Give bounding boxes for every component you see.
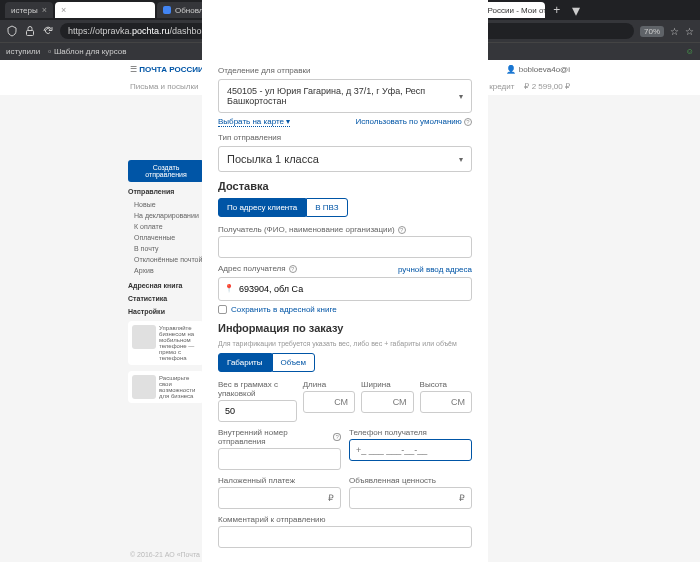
shipment-modal: Отделение для отправки 450105 - ул Юрия …	[202, 0, 488, 562]
cod-label: Наложенный платеж	[218, 476, 341, 485]
sidebar-item-payment[interactable]: К оплате	[128, 221, 204, 232]
manual-addr-link[interactable]: ручной ввод адреса	[398, 265, 472, 274]
addr-input[interactable]: 693904, обл Са	[218, 277, 472, 301]
comment-input[interactable]	[218, 526, 472, 548]
phone-input[interactable]	[349, 439, 472, 461]
svg-rect-0	[27, 31, 34, 36]
wordpress-icon	[163, 6, 171, 14]
save-book-checkbox[interactable]: Сохранить в адресной книге	[218, 305, 472, 314]
info-icon[interactable]: ?	[398, 226, 406, 234]
tab-1[interactable]: ×	[55, 2, 155, 18]
folder-icon: ▫	[48, 47, 51, 56]
zoom-level[interactable]: 70%	[640, 26, 664, 37]
sidebar-stats[interactable]: Статистика	[128, 295, 204, 302]
promo-card[interactable]: Расширьте свои возможности для бизнеса	[128, 371, 204, 403]
sidebar-settings[interactable]: Настройки	[128, 308, 204, 315]
internal-label: Внутренний номер отправления?	[218, 428, 341, 446]
bookmark-item[interactable]: ▫Шаблон для курсов	[48, 47, 126, 56]
map-link[interactable]: Выбрать на карте ▾	[218, 117, 290, 127]
declared-label: Объявленная ценность	[349, 476, 472, 485]
sidebar-addressbook[interactable]: Адресная книга	[128, 282, 204, 289]
info-icon[interactable]: ?	[289, 265, 297, 273]
width-label: Ширина	[361, 380, 413, 389]
sidebar-item-rejected[interactable]: Отклонённые почтой	[128, 254, 204, 265]
delivery-tab-address[interactable]: По адресу клиента	[218, 198, 306, 217]
recipient-label: Получатель (ФИО, наименование организаци…	[218, 225, 472, 234]
close-icon[interactable]: ×	[42, 5, 47, 15]
internal-input[interactable]	[218, 448, 341, 470]
sidebar-item-topost[interactable]: В почту	[128, 243, 204, 254]
dept-select[interactable]: 450105 - ул Юрия Гагарина, д 37/1, г Уфа…	[218, 79, 472, 113]
logo[interactable]: ПОЧТА РОССИИ	[139, 65, 203, 74]
declared-input[interactable]	[349, 487, 472, 509]
promo-image	[132, 325, 156, 349]
create-shipment-button[interactable]: Создать отправления	[128, 160, 204, 182]
height-label: Высота	[420, 380, 472, 389]
checkbox-icon	[218, 305, 227, 314]
smiley-icon[interactable]: ☺	[686, 47, 694, 56]
measure-tab-dims[interactable]: Габариты	[218, 353, 272, 372]
close-icon[interactable]: ×	[61, 5, 66, 15]
sidebar-item-paid[interactable]: Оплаченные	[128, 232, 204, 243]
width-input[interactable]	[361, 391, 413, 413]
delivery-tab-pvz[interactable]: В ПВЗ	[306, 198, 347, 217]
user-menu[interactable]: 👤 bobloeva4o@i	[506, 65, 570, 74]
weight-label: Вес в граммах с упаковкой	[218, 380, 297, 398]
sidebar-item-archive[interactable]: Архив	[128, 265, 204, 276]
info-icon[interactable]: ?	[464, 118, 472, 126]
delivery-toggle: По адресу клиента В ПВЗ	[218, 198, 472, 217]
delivery-title: Доставка	[218, 180, 472, 192]
order-title: Информация по заказу	[218, 322, 472, 334]
addr-label: Адрес получателя?	[218, 264, 297, 273]
breadcrumb-item[interactable]: Письма и посылки	[130, 82, 198, 91]
default-link[interactable]: Использовать по умолчанию ?	[355, 117, 472, 127]
sidebar-item-declaration[interactable]: На декларировании	[128, 210, 204, 221]
star-icon[interactable]: ☆	[685, 26, 694, 37]
length-label: Длина	[303, 380, 355, 389]
promo-image	[132, 375, 156, 399]
sidebar-title: Отправления	[128, 188, 204, 195]
lock-icon[interactable]	[24, 25, 36, 37]
type-label: Тип отправления	[218, 133, 472, 142]
sidebar-item-new[interactable]: Новые	[128, 199, 204, 210]
promo-card[interactable]: Управляйте бизнесом на мобильном телефон…	[128, 321, 204, 365]
sidebar: Создать отправления Отправления Новые На…	[128, 160, 204, 403]
length-input[interactable]	[303, 391, 355, 413]
measure-toggle: Габариты Объем	[218, 353, 472, 372]
bookmark-item[interactable]: иступили	[6, 47, 40, 56]
measure-tab-volume[interactable]: Объем	[272, 353, 316, 372]
height-input[interactable]	[420, 391, 472, 413]
menu-icon[interactable]: ☰ ПОЧТА РОССИИ	[130, 65, 204, 74]
comment-label: Комментарий к отправлению	[218, 515, 472, 524]
balance: ₽ 2 599,00 ₽	[524, 82, 570, 91]
bookmark-icon[interactable]: ☆	[670, 26, 679, 37]
refresh-icon[interactable]	[42, 25, 54, 37]
phone-label: Телефон получателя	[349, 428, 472, 437]
tab-0[interactable]: истеры×	[5, 2, 53, 18]
chevron-down-icon[interactable]: ▾	[572, 1, 580, 20]
info-icon[interactable]: ?	[333, 433, 341, 441]
shield-icon[interactable]	[6, 25, 18, 37]
cod-input[interactable]	[218, 487, 341, 509]
order-subtext: Для тарификации требуется указать вес, л…	[218, 340, 472, 347]
weight-input[interactable]	[218, 400, 297, 422]
type-select[interactable]: Посылка 1 класса	[218, 146, 472, 172]
new-tab-button[interactable]: +	[547, 3, 566, 17]
dept-label: Отделение для отправки	[218, 66, 472, 75]
recipient-input[interactable]	[218, 236, 472, 258]
